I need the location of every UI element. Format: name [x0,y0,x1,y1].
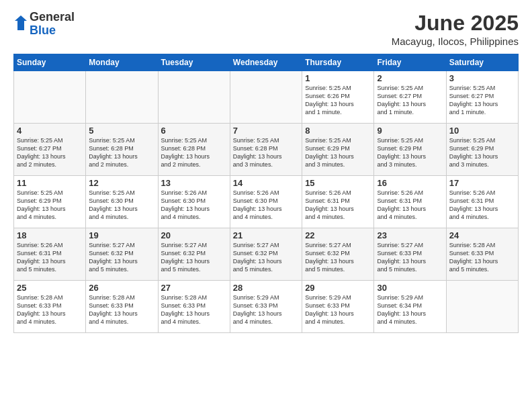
table-row: 4Sunrise: 5:25 AM Sunset: 6:27 PM Daylig… [14,124,86,176]
day-number: 19 [89,230,154,240]
table-row: 28Sunrise: 5:29 AM Sunset: 6:33 PM Dayli… [230,281,302,333]
day-number: 21 [233,230,299,240]
calendar-table: Sunday Monday Tuesday Wednesday Thursday… [13,54,519,333]
day-number: 9 [377,126,443,136]
day-number: 6 [161,126,227,136]
table-row: 7Sunrise: 5:25 AM Sunset: 6:28 PM Daylig… [230,124,302,176]
day-info: Sunrise: 5:26 AM Sunset: 6:31 PM Dayligh… [449,189,515,222]
day-number: 28 [233,283,299,293]
month-title: June 2025 [392,11,519,36]
table-row: 15Sunrise: 5:26 AM Sunset: 6:31 PM Dayli… [302,176,374,228]
day-info: Sunrise: 5:28 AM Sunset: 6:33 PM Dayligh… [17,293,83,326]
day-number: 15 [305,178,371,188]
table-row: 18Sunrise: 5:26 AM Sunset: 6:31 PM Dayli… [14,228,86,281]
location: Macayug, Ilocos, Philippines [392,36,519,47]
day-info: Sunrise: 5:25 AM Sunset: 6:28 PM Dayligh… [161,136,227,169]
table-row: 2Sunrise: 5:25 AM Sunset: 6:27 PM Daylig… [374,71,446,124]
day-number: 2 [377,73,443,83]
day-info: Sunrise: 5:29 AM Sunset: 6:34 PM Dayligh… [377,293,443,326]
day-number: 3 [449,73,515,83]
day-info: Sunrise: 5:25 AM Sunset: 6:29 PM Dayligh… [449,136,515,169]
day-info: Sunrise: 5:28 AM Sunset: 6:33 PM Dayligh… [161,293,227,326]
col-thursday: Thursday [302,54,374,71]
header-row: Sunday Monday Tuesday Wednesday Thursday… [14,54,519,71]
table-row: 6Sunrise: 5:25 AM Sunset: 6:28 PM Daylig… [158,124,230,176]
table-row: 10Sunrise: 5:25 AM Sunset: 6:29 PM Dayli… [446,124,518,176]
day-info: Sunrise: 5:28 AM Sunset: 6:33 PM Dayligh… [449,241,515,274]
day-info: Sunrise: 5:27 AM Sunset: 6:32 PM Dayligh… [233,241,299,274]
day-info: Sunrise: 5:26 AM Sunset: 6:31 PM Dayligh… [377,189,443,222]
table-row: 16Sunrise: 5:26 AM Sunset: 6:31 PM Dayli… [374,176,446,228]
day-number: 11 [17,178,83,188]
logo: General Blue [13,11,75,38]
day-info: Sunrise: 5:25 AM Sunset: 6:26 PM Dayligh… [305,84,371,117]
col-sunday: Sunday [14,54,86,71]
day-number: 13 [161,178,227,188]
day-info: Sunrise: 5:25 AM Sunset: 6:29 PM Dayligh… [17,189,83,222]
col-saturday: Saturday [446,54,518,71]
day-number: 4 [17,126,83,136]
day-info: Sunrise: 5:25 AM Sunset: 6:29 PM Dayligh… [377,136,443,169]
table-row: 29Sunrise: 5:29 AM Sunset: 6:33 PM Dayli… [302,281,374,333]
table-row: 21Sunrise: 5:27 AM Sunset: 6:32 PM Dayli… [230,228,302,281]
title-block: June 2025 Macayug, Ilocos, Philippines [392,11,519,47]
header: General Blue June 2025 Macayug, Ilocos, … [13,11,519,47]
day-info: Sunrise: 5:28 AM Sunset: 6:33 PM Dayligh… [89,293,154,326]
table-row: 19Sunrise: 5:27 AM Sunset: 6:32 PM Dayli… [86,228,158,281]
calendar-week-1: 1Sunrise: 5:25 AM Sunset: 6:26 PM Daylig… [14,71,519,124]
table-row: 11Sunrise: 5:25 AM Sunset: 6:29 PM Dayli… [14,176,86,228]
table-row: 1Sunrise: 5:25 AM Sunset: 6:26 PM Daylig… [302,71,374,124]
day-info: Sunrise: 5:27 AM Sunset: 6:32 PM Dayligh… [161,241,227,274]
table-row: 9Sunrise: 5:25 AM Sunset: 6:29 PM Daylig… [374,124,446,176]
day-number: 20 [161,230,227,240]
page: General Blue June 2025 Macayug, Ilocos, … [0,0,532,411]
day-info: Sunrise: 5:26 AM Sunset: 6:30 PM Dayligh… [161,189,227,222]
logo-blue: Blue [30,24,75,38]
day-info: Sunrise: 5:25 AM Sunset: 6:27 PM Dayligh… [17,136,83,169]
day-number: 12 [89,178,154,188]
day-info: Sunrise: 5:25 AM Sunset: 6:27 PM Dayligh… [449,84,515,117]
day-number: 25 [17,283,83,293]
table-row: 14Sunrise: 5:26 AM Sunset: 6:30 PM Dayli… [230,176,302,228]
day-number: 14 [233,178,299,188]
logo-general: General [30,11,75,24]
day-number: 30 [377,283,443,293]
day-number: 26 [89,283,154,293]
day-number: 24 [449,230,515,240]
day-info: Sunrise: 5:27 AM Sunset: 6:33 PM Dayligh… [377,241,443,274]
logo-icon [15,15,27,30]
table-row: 26Sunrise: 5:28 AM Sunset: 6:33 PM Dayli… [86,281,158,333]
col-friday: Friday [374,54,446,71]
calendar-week-5: 25Sunrise: 5:28 AM Sunset: 6:33 PM Dayli… [14,281,519,333]
day-info: Sunrise: 5:25 AM Sunset: 6:29 PM Dayligh… [305,136,371,169]
table-row: 25Sunrise: 5:28 AM Sunset: 6:33 PM Dayli… [14,281,86,333]
day-number: 8 [305,126,371,136]
calendar-week-2: 4Sunrise: 5:25 AM Sunset: 6:27 PM Daylig… [14,124,519,176]
day-info: Sunrise: 5:26 AM Sunset: 6:31 PM Dayligh… [17,241,83,274]
table-row: 23Sunrise: 5:27 AM Sunset: 6:33 PM Dayli… [374,228,446,281]
day-info: Sunrise: 5:25 AM Sunset: 6:28 PM Dayligh… [89,136,154,169]
col-wednesday: Wednesday [230,54,302,71]
day-info: Sunrise: 5:27 AM Sunset: 6:32 PM Dayligh… [305,241,371,274]
day-info: Sunrise: 5:29 AM Sunset: 6:33 PM Dayligh… [233,293,299,326]
table-row: 13Sunrise: 5:26 AM Sunset: 6:30 PM Dayli… [158,176,230,228]
table-row [14,71,86,124]
day-number: 16 [377,178,443,188]
day-number: 22 [305,230,371,240]
day-number: 10 [449,126,515,136]
day-number: 17 [449,178,515,188]
col-monday: Monday [86,54,158,71]
day-info: Sunrise: 5:26 AM Sunset: 6:30 PM Dayligh… [233,189,299,222]
day-number: 18 [17,230,83,240]
day-info: Sunrise: 5:29 AM Sunset: 6:33 PM Dayligh… [305,293,371,326]
table-row: 17Sunrise: 5:26 AM Sunset: 6:31 PM Dayli… [446,176,518,228]
day-number: 5 [89,126,154,136]
calendar-week-3: 11Sunrise: 5:25 AM Sunset: 6:29 PM Dayli… [14,176,519,228]
table-row: 3Sunrise: 5:25 AM Sunset: 6:27 PM Daylig… [446,71,518,124]
table-row: 12Sunrise: 5:25 AM Sunset: 6:30 PM Dayli… [86,176,158,228]
table-row [158,71,230,124]
table-row: 5Sunrise: 5:25 AM Sunset: 6:28 PM Daylig… [86,124,158,176]
table-row [86,71,158,124]
day-info: Sunrise: 5:25 AM Sunset: 6:30 PM Dayligh… [89,189,154,222]
day-number: 23 [377,230,443,240]
